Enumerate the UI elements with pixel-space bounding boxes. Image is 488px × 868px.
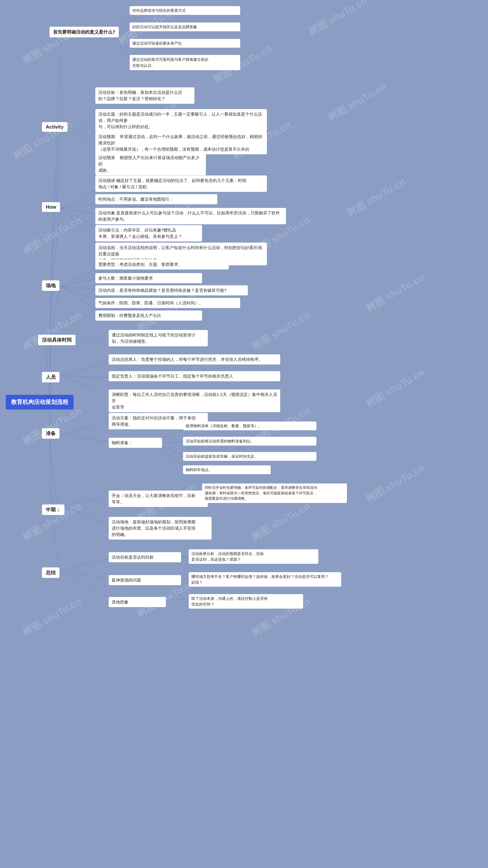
l2-activity-budget: 活动预算 根据投入产出比来计算这场活动能产出多少的成效。 xyxy=(95,153,206,175)
l2-staff-chief: 活动总统筹人：负责整个控场的人，对每个环节进行把关，并安排人员维持秩序。 xyxy=(109,354,280,365)
l3-prep-list: 梳理物料清单（详细名称、数量、预算等）。 xyxy=(183,422,317,430)
l2-venue-count: 参与人数：测算最小场地要求 xyxy=(95,273,202,283)
svg-line-23 xyxy=(61,420,115,435)
l3-meaning-3: 通过活动可快速积累名单产出 xyxy=(130,39,240,48)
l2-venue-content: 活动内容：是否有特殊物品摆放？是否需特殊设施？是否有破坏可能? xyxy=(95,285,248,296)
l2-venue-weather: 气候条件：防雨、防寒、防暑、日落时间（人流时间）。 xyxy=(95,298,240,308)
l2-staff-manager: 指定负责人：活动现场各个环节分工，指定每个环节的相关负责人 xyxy=(109,371,280,381)
l3-summary-other-detail: 除了活动本身，沟通上的，项目控制上是否有优化的空间？ xyxy=(189,594,303,609)
svg-line-31 xyxy=(61,557,115,570)
l1-node-venue: 场地 xyxy=(42,280,60,291)
svg-line-32 xyxy=(61,570,115,580)
l2-mid-venue: 活动场地：提前做好场地的规划，按照效果图进行场地的布置。以及各个活动区域人手安排… xyxy=(109,517,212,539)
watermark-12: 树图 shuTu.cn xyxy=(344,175,408,219)
l2-mid-meeting: 开会：动员大会，让大家清晰各组细节，目标等等。 xyxy=(109,491,208,507)
mind-map: 树图 shuTu.cn 树图 shuTu.cn 树图 shuTu.cn 树图 s… xyxy=(0,0,488,15)
l2-summary-goal: 活动目标是否达到目标 xyxy=(109,552,181,562)
watermark-24: 树图 shuTu.cn xyxy=(363,461,427,506)
l1-node-meaning: 首先要明确活动的意义是什么? xyxy=(50,27,119,37)
l2-how-target: 活动对象:是直接表述什么人可以参与这个活动，什么人不可以。比如周年庆活动，只限购… xyxy=(95,208,286,224)
l3-meaning-2: 好的活动可以提升校区以及及品牌形象 xyxy=(130,23,240,31)
l3-mid-meeting-extra: 同时召开会时也要明确：各环节如何协调配合：需求调整变化等情况沟通协调：有时候因为… xyxy=(202,484,347,503)
l3-meaning-4: 通过活动的形式可面对面与客户群体建立初步关联与认识。 xyxy=(130,55,240,70)
root-node: 教育机构活动策划流程 xyxy=(6,395,73,409)
l2-summary-issue: 延伸发现的问题 xyxy=(109,575,181,585)
svg-line-29 xyxy=(61,497,115,505)
l1-node-prep: 准备 xyxy=(42,428,60,439)
svg-line-20 xyxy=(61,362,115,376)
svg-line-33 xyxy=(61,570,115,601)
l1-node-how: How xyxy=(42,202,60,212)
l2-venue-type: 需要类型：考虑活动类别、主题、客群要求。 xyxy=(95,259,229,270)
l3-summary-issue-detail: 哪些地方想考不全？客户有哪些反馈？如何做，效果会更好？活动是否可以复用？延续？ xyxy=(189,572,341,587)
l1-node-mid: 中期： xyxy=(42,504,64,515)
l1-node-staff: 人员 xyxy=(42,372,60,382)
svg-line-21 xyxy=(61,376,115,378)
watermark-9: 树图 shuTu.cn xyxy=(20,213,84,258)
watermark-4: 树图 shuTu.cn xyxy=(306,0,370,38)
l2-how-attract: 活动吸引点：内容丰富、好玩有趣?赠礼品丰厚、奖项诱人？走心路线。具有参与意义？ xyxy=(95,225,202,242)
l3-prep-car: 活动开始前提前安排车辆，保证时间充足。 xyxy=(183,452,317,461)
l2-activity-theme: 活动主题：好的主题是活动成功的一半，主题一定要吸引人，让人一看就知道是个什么活动… xyxy=(95,109,267,132)
l2-venue-cost: 费用限制：经费预算及投入产出比 xyxy=(95,310,202,320)
l3-meaning-1: 对外品牌宣传与招生的重要方式 xyxy=(130,6,240,15)
watermark-15: 树图 shuTu.cn xyxy=(249,309,313,353)
l2-how-desc: 活动描述:确定好了主题，就要确定活动的玩法了。起码要包含的几个元素：时间地点 /… xyxy=(95,176,267,192)
l2-prep-materials: 物料准备： xyxy=(109,438,162,448)
watermark-17: 树图 shuTu.cn xyxy=(20,404,84,448)
watermark-13: 树图 shuTu.cn xyxy=(20,309,84,353)
l2-summary-other: 其他想象 xyxy=(109,597,166,607)
l2-activity-expect: 活动预期 希望通过活动，达到一个什么效果，做活动之前，通过经验预估也好，精密的推… xyxy=(95,132,267,154)
l2-how-time: 时间地点：不用多说。建议有地图指引： xyxy=(95,194,217,204)
l3-prep-ready: 活动开始前将活动所需的物料准备到位。 xyxy=(183,437,317,445)
svg-line-30 xyxy=(61,505,115,526)
l3-prep-unload: 物料卸车地点。 xyxy=(183,465,271,474)
l1-node-activity: Activity xyxy=(42,122,67,132)
watermark-23: 树图 shuTu.cn xyxy=(249,499,313,544)
l2-staff-duty: 清晰职责：每位工作人员对自己负责的事情清晰，活动前1-2天（视情况定）集中相关人… xyxy=(109,390,280,412)
watermark-16: 树图 shuTu.cn xyxy=(363,271,427,315)
watermark-8: 树图 shuTu.cn xyxy=(325,80,389,124)
l3-summary-goal-detail: 活动效果分析，活动的预期是否符合，目标是否达到，高还是低？原因？ xyxy=(189,549,318,564)
l1-node-summary: 总结 xyxy=(42,567,60,578)
watermark-25: 树图 shuTu.cn xyxy=(20,595,84,639)
l2-activity-goal: 活动目标：首先明确，策划本次活动是什么目的？品牌？拉新？促活？营销转化？ xyxy=(95,87,194,104)
svg-line-22 xyxy=(61,376,115,398)
svg-line-24 xyxy=(61,435,115,442)
l2-time-plan: 通过活动的时间制定线上与线下的活动宣传计划，为活动做铺垫。 xyxy=(109,330,208,346)
watermark-20: 树图 shuTu.cn xyxy=(363,366,427,410)
l1-node-time: 活动具体时间 xyxy=(38,335,75,345)
